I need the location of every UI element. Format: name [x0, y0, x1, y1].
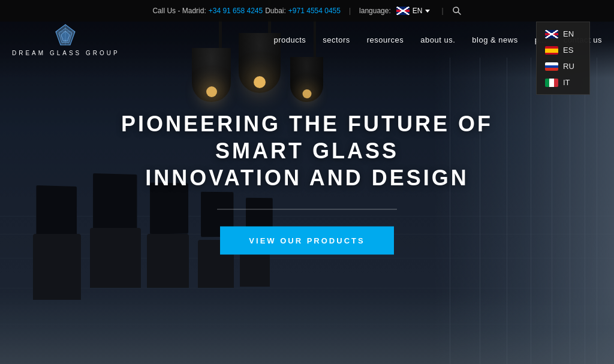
- flag-ru-icon: [545, 62, 558, 71]
- nav-item-blog[interactable]: blog & news: [472, 34, 517, 45]
- hero-content: PIONEERING THE FUTURE OF SMART GLASS INN…: [97, 110, 517, 254]
- dubai-phone[interactable]: +971 4554 0455: [288, 7, 341, 15]
- nav-link-resources[interactable]: resources: [367, 35, 404, 44]
- current-lang-label: EN: [413, 7, 423, 15]
- nav-item-resources[interactable]: resources: [367, 34, 404, 45]
- call-prefix: Call Us - Madrid:: [152, 7, 206, 15]
- nav-link-about[interactable]: about us.: [420, 35, 455, 44]
- logo[interactable]: DREAM GLASS GROUP: [12, 23, 120, 56]
- logo-icon: [52, 23, 79, 46]
- nav-link-sectors[interactable]: sectors: [323, 35, 350, 44]
- lang-option-it[interactable]: IT: [537, 74, 589, 91]
- nav-link-products[interactable]: products: [273, 35, 306, 44]
- view-products-button[interactable]: VIEW OUR PRODUCTS: [220, 226, 393, 254]
- language-menu: EN ES RU IT: [536, 22, 590, 95]
- navbar: DREAM GLASS GROUP products sectors resou…: [0, 22, 614, 58]
- svg-line-1: [458, 12, 460, 14]
- chevron-down-icon: [425, 10, 430, 13]
- flag-it-icon: [545, 79, 558, 87]
- language-label: language:: [359, 7, 391, 15]
- lang-es-label: ES: [563, 46, 573, 55]
- lang-option-en[interactable]: EN: [537, 26, 589, 42]
- language-dropdown-button[interactable]: EN: [393, 5, 434, 16]
- top-bar: Call Us - Madrid: +34 91 658 4245 Dubai:…: [0, 0, 614, 22]
- hero-title: PIONEERING THE FUTURE OF SMART GLASS INN…: [97, 110, 517, 191]
- flag-en-icon: [396, 7, 410, 15]
- lang-option-es[interactable]: ES: [537, 42, 589, 58]
- nav-link-blog[interactable]: blog & news: [472, 35, 517, 44]
- nav-item-about[interactable]: about us.: [420, 34, 455, 45]
- dubai-label: Dubai:: [265, 7, 286, 15]
- logo-text: DREAM GLASS GROUP: [12, 50, 120, 56]
- lang-ru-label: RU: [563, 62, 574, 71]
- madrid-phone[interactable]: +34 91 658 4245: [209, 7, 263, 15]
- hero-title-line2: INNOVATION AND DESIGN: [145, 165, 468, 189]
- lang-en-label: EN: [563, 29, 574, 38]
- hero-title-line1: PIONEERING THE FUTURE OF SMART GLASS: [121, 111, 493, 163]
- lang-it-label: IT: [563, 78, 570, 87]
- nav-item-sectors[interactable]: sectors: [323, 34, 350, 45]
- lang-option-ru[interactable]: RU: [537, 58, 589, 74]
- hero-divider: [217, 209, 397, 209]
- flag-en-small: [545, 30, 558, 38]
- search-icon[interactable]: [452, 6, 462, 16]
- separator-2: |: [441, 7, 443, 15]
- nav-item-products[interactable]: products: [273, 34, 306, 45]
- separator-1: |: [349, 7, 351, 15]
- flag-es-icon: [545, 46, 558, 55]
